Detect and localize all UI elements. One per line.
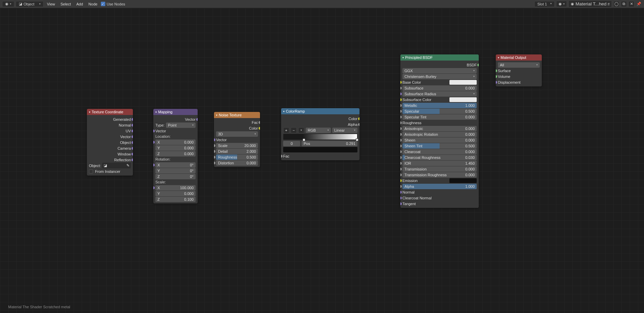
sss-method-dropdown[interactable]: Christensen-Burley▾ — [402, 74, 477, 79]
object-label: Object: — [89, 164, 101, 168]
object-picker[interactable]: ◪✎ — [102, 163, 131, 168]
bsdf-slider[interactable]: Metallic1.000 — [402, 103, 477, 108]
output-uv: UV — [126, 129, 131, 133]
unlink-icon[interactable]: ✕ — [628, 1, 634, 7]
location-y-slider[interactable]: Y0.000 — [155, 145, 196, 151]
node-header[interactable]: ▾Principled BSDF — [400, 54, 479, 61]
fake-user-icon[interactable]: ◯ — [613, 1, 619, 7]
output-vector: Vector — [185, 117, 196, 121]
node-mapping[interactable]: ▾Mapping Vector Type: Point▾ Vector Loca… — [153, 109, 198, 203]
location-z-slider[interactable]: Z0.000 — [155, 151, 196, 156]
output-input-label: Volume — [498, 75, 510, 79]
scale-x-slider[interactable]: X100.000 — [155, 185, 196, 191]
node-header[interactable]: ▾ColorRamp — [281, 108, 359, 114]
bsdf-input-label: Emission — [402, 179, 418, 183]
bsdf-slider[interactable]: Clearcoat Roughness0.030 — [402, 155, 477, 160]
bsdf-slider[interactable]: Anisotropic Rotation0.000 — [402, 132, 477, 137]
copy-icon[interactable]: ⧉ — [621, 1, 627, 7]
node-principled-bsdf[interactable]: ▾Principled BSDF BSDF GGX▾ Christensen-B… — [400, 54, 479, 208]
color-swatch[interactable] — [449, 97, 477, 102]
pin-icon[interactable]: 📌 — [636, 1, 642, 7]
output-alpha: Alpha — [348, 122, 357, 127]
output-camera: Camera — [118, 146, 131, 150]
input-vector: Vector — [155, 129, 166, 133]
scale-slider[interactable]: Scale20.000 — [216, 143, 258, 148]
bsdf-slider[interactable]: Specular0.500 — [402, 109, 477, 114]
color-ramp-gradient[interactable] — [283, 134, 357, 140]
bsdf-input-label: Tangent — [402, 202, 416, 206]
target-dropdown[interactable]: All▾ — [498, 62, 540, 68]
rotation-x-slider[interactable]: X0° — [155, 162, 196, 168]
stop-color-swatch[interactable] — [283, 147, 357, 152]
distortion-slider[interactable]: Distortion0.000 — [216, 160, 258, 166]
color-swatch[interactable] — [449, 80, 477, 85]
tools-dropdown-icon[interactable]: ▾ — [298, 127, 304, 133]
menu-node[interactable]: Node — [87, 1, 99, 7]
node-color-ramp[interactable]: ▾ColorRamp Color Alpha + − ▾ RGB▾ Linear… — [281, 108, 359, 160]
roughness-slider[interactable]: Roughness0.500 — [216, 154, 258, 160]
menu-select[interactable]: Select — [58, 1, 73, 7]
bsdf-slider[interactable]: Alpha1.000 — [402, 184, 477, 189]
rotation-y-slider[interactable]: Y0° — [155, 168, 196, 174]
interpolation-dropdown[interactable]: Linear▾ — [332, 128, 357, 133]
node-noise-texture[interactable]: ▾Noise Texture Fac Color 3D▾ Vector Scal… — [214, 112, 260, 167]
node-header[interactable]: ▾Material Output — [496, 54, 542, 61]
detail-slider[interactable]: Detail2.000 — [216, 149, 258, 154]
type-label: Type: — [155, 123, 165, 127]
node-header[interactable]: ▾Mapping — [153, 109, 198, 115]
bsdf-slider[interactable]: Transmission Roughness0.000 — [402, 172, 477, 178]
remove-stop-icon[interactable]: − — [291, 127, 297, 133]
dimensions-dropdown[interactable]: 3D▾ — [216, 131, 258, 137]
menu-add[interactable]: Add — [74, 1, 85, 7]
bsdf-dropdown[interactable]: Subsurface Radius▾ — [402, 91, 477, 97]
bsdf-slider[interactable]: Transmission0.000 — [402, 166, 477, 172]
node-header[interactable]: ▾Noise Texture — [214, 112, 260, 118]
rotation-z-slider[interactable]: Z0° — [155, 174, 196, 179]
position-slider[interactable]: Pos0.291 — [302, 141, 357, 146]
output-bsdf: BSDF — [467, 63, 477, 67]
bsdf-slider[interactable]: Subsurface0.000 — [402, 85, 477, 91]
bsdf-input-label: Roughness — [402, 121, 421, 125]
bsdf-slider[interactable]: Clearcoat0.000 — [402, 149, 477, 154]
slot-dropdown[interactable]: Slot 1▾ — [534, 1, 555, 7]
stop-index-slider[interactable]: 0 — [283, 141, 300, 146]
output-input-label: Surface — [498, 69, 511, 73]
add-stop-icon[interactable]: + — [283, 127, 289, 133]
bsdf-input-label: Normal — [402, 190, 414, 194]
output-object: Object — [120, 141, 131, 145]
material-name-field[interactable]: ◉ — [568, 0, 612, 7]
input-vector: Vector — [216, 138, 227, 142]
node-material-output[interactable]: ▾Material Output All▾ SurfaceVolumeDispl… — [496, 54, 542, 86]
bsdf-slider[interactable]: IOR1.450 — [402, 161, 477, 166]
color-swatch[interactable] — [449, 178, 477, 183]
output-vector: Vector — [120, 135, 131, 139]
scale-y-slider[interactable]: Y0.000 — [155, 191, 196, 196]
scale-z-slider[interactable]: Z0.100 — [155, 197, 196, 202]
node-texture-coordinate[interactable]: ▾Texture Coordinate Generated Normal UV … — [87, 109, 133, 176]
bsdf-input-label: Clearcoat Normal — [402, 196, 432, 200]
bsdf-slider[interactable]: Anisotropic0.000 — [402, 126, 477, 131]
rotation-label: Rotation: — [155, 156, 196, 162]
menu-view[interactable]: View — [45, 1, 57, 7]
location-x-slider[interactable]: X0.000 — [155, 139, 196, 145]
bsdf-slider[interactable]: Sheen0.000 — [402, 137, 477, 143]
material-browse[interactable]: ◉▾ — [556, 1, 567, 7]
status-text: Material The Shader Scratched metal — [8, 305, 70, 309]
node-header[interactable]: ▾Texture Coordinate — [87, 109, 133, 115]
bsdf-slider[interactable]: Specular Tint0.000 — [402, 114, 477, 120]
output-fac: Fac — [252, 120, 258, 125]
distribution-dropdown[interactable]: GGX▾ — [402, 68, 477, 73]
mode-dropdown[interactable]: RGB▾ — [306, 128, 331, 133]
node-editor-header: ◉▾ ◪Object▾ View Select Add Node ✓ Use N… — [0, 0, 644, 8]
type-dropdown[interactable]: Point▾ — [166, 122, 196, 128]
input-fac: Fac — [283, 154, 289, 158]
use-nodes-checkbox[interactable]: ✓ — [101, 2, 105, 6]
from-instancer-checkbox[interactable] — [89, 169, 93, 174]
editor-type-dropdown[interactable]: ◉▾ — [2, 1, 14, 7]
output-reflection: Reflection — [114, 158, 131, 162]
scale-label: Scale: — [155, 179, 196, 185]
bsdf-slider[interactable]: Sheen Tint0.500 — [402, 143, 477, 149]
from-instancer-label: From Instancer — [95, 169, 120, 174]
output-color: Color — [349, 117, 357, 121]
object-mode-dropdown[interactable]: ◪Object▾ — [16, 1, 44, 7]
